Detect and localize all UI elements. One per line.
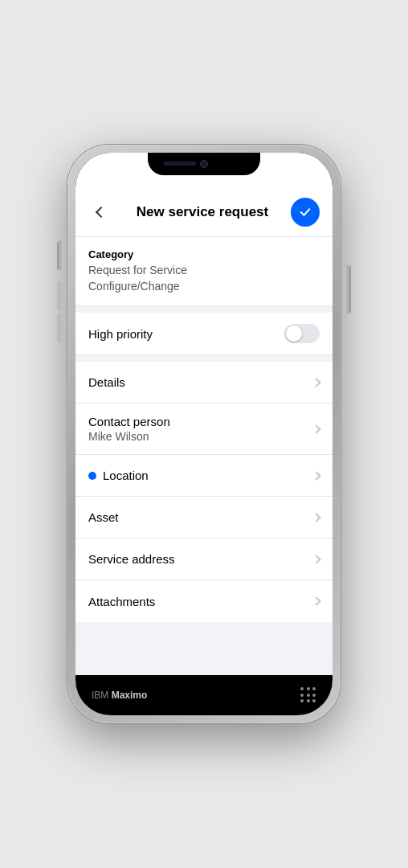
details-row[interactable]: Details <box>75 362 333 403</box>
high-priority-toggle[interactable] <box>284 324 320 343</box>
checkmark-icon <box>298 205 312 219</box>
back-button[interactable] <box>88 199 114 225</box>
service-address-row[interactable]: Service address <box>75 538 333 580</box>
location-row[interactable]: Location <box>75 455 333 497</box>
attachments-label: Attachments <box>88 595 313 608</box>
location-dot-icon <box>88 472 96 480</box>
asset-row[interactable]: Asset <box>75 497 333 538</box>
phone-frame: New service request Category Request for… <box>67 145 341 723</box>
attachments-chevron-icon <box>312 597 320 606</box>
confirm-button[interactable] <box>291 198 320 227</box>
app-brand: IBM Maximo <box>92 690 147 701</box>
camera <box>200 160 208 168</box>
contact-chevron-icon <box>312 424 320 433</box>
app-header: New service request <box>75 188 333 237</box>
service-address-chevron-icon <box>312 555 320 563</box>
divider-2 <box>75 355 333 362</box>
service-address-label: Service address <box>88 552 313 566</box>
location-content: Location <box>103 469 313 482</box>
details-chevron-icon <box>312 378 320 387</box>
screen: New service request Category Request for… <box>75 153 333 715</box>
phone-inner: New service request Category Request for… <box>75 153 333 715</box>
details-content: Details <box>88 375 313 389</box>
details-label: Details <box>88 375 313 389</box>
location-chevron-icon <box>312 471 320 480</box>
attachments-row[interactable]: Attachments <box>75 580 333 622</box>
category-section: Category Request for Service Configure/C… <box>75 237 333 306</box>
contact-person-value: Mike Wilson <box>88 430 313 443</box>
high-priority-row[interactable]: High priority <box>75 313 333 355</box>
bottom-bar: IBM Maximo <box>75 675 333 715</box>
category-value-line1: Request for Service <box>88 263 320 279</box>
high-priority-label: High priority <box>88 327 284 341</box>
toggle-circle <box>286 326 302 342</box>
contact-person-label: Contact person <box>88 415 313 428</box>
asset-label: Asset <box>88 510 313 524</box>
content-area: Category Request for Service Configure/C… <box>75 237 333 675</box>
asset-content: Asset <box>88 510 313 524</box>
notch <box>148 153 260 175</box>
attachments-content: Attachments <box>88 595 313 608</box>
asset-chevron-icon <box>312 513 320 522</box>
speaker <box>164 162 196 166</box>
grid-menu-icon[interactable] <box>300 687 316 703</box>
contact-person-content: Contact person Mike Wilson <box>88 415 313 443</box>
location-label: Location <box>103 469 313 482</box>
service-address-content: Service address <box>88 552 313 566</box>
high-priority-content: High priority <box>88 327 284 341</box>
category-value-line2: Configure/Change <box>88 279 320 295</box>
contact-person-row[interactable]: Contact person Mike Wilson <box>75 403 333 455</box>
category-label: Category <box>88 248 320 260</box>
back-icon <box>96 207 107 218</box>
page-title: New service request <box>114 204 291 220</box>
divider-1 <box>75 306 333 313</box>
app-name: Maximo <box>112 690 148 701</box>
